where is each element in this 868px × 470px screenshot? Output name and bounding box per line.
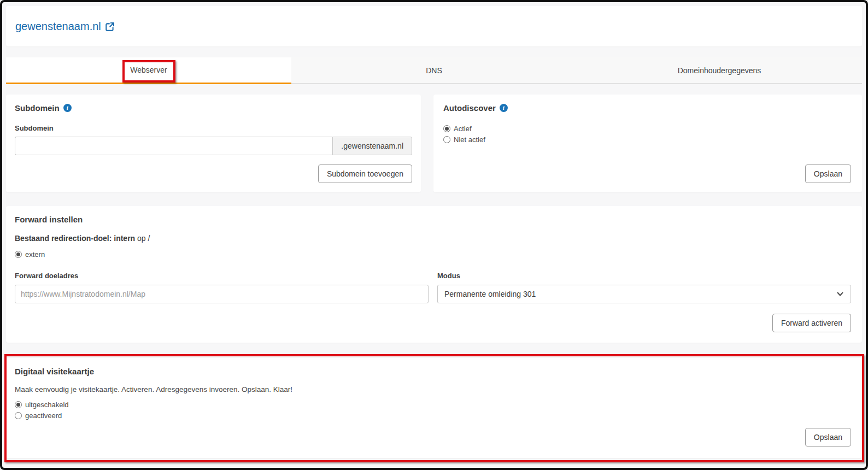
- subdomain-input[interactable]: [15, 137, 332, 155]
- redirect-status: Bestaand redirection-doel: intern op /: [15, 234, 851, 243]
- visitekaartje-description: Maak eenvoudig je visitekaartje. Activer…: [15, 385, 851, 393]
- info-icon[interactable]: i: [500, 104, 508, 112]
- radio-icon: [15, 401, 22, 408]
- forward-mode-label: Modus: [437, 272, 851, 280]
- radio-niet-actief[interactable]: Niet actief: [443, 134, 851, 145]
- autodiscover-radio-group: Actief Niet actief: [443, 124, 851, 145]
- radio-geactiveerd-label: geactiveerd: [25, 410, 62, 421]
- domain-header: gewenstenaam.nl: [6, 6, 862, 46]
- info-icon[interactable]: i: [63, 104, 72, 112]
- visitekaartje-panel-title: Digitaal visitekaartje: [15, 367, 94, 376]
- tab-bar: Webserver DNS Domeinhoudergegevens: [6, 57, 862, 84]
- tab-domeinhoudergegevens[interactable]: Domeinhoudergegevens: [577, 57, 862, 84]
- autodiscover-save-button[interactable]: Opslaan: [805, 164, 851, 183]
- tab-domeinhoudergegevens-label: Domeinhoudergegevens: [678, 66, 761, 75]
- domain-name: gewenstenaam.nl: [15, 20, 101, 33]
- radio-icon: [443, 136, 450, 143]
- forward-mode-select[interactable]: Permanente omleiding 301: [437, 285, 851, 303]
- autodiscover-panel: Autodiscover i Actief Niet actief Opslaa…: [433, 95, 862, 192]
- radio-icon: [15, 251, 22, 258]
- visitekaartje-save-button[interactable]: Opslaan: [805, 428, 851, 446]
- radio-icon: [443, 125, 450, 132]
- forward-target-input[interactable]: [15, 285, 429, 303]
- tab-webserver[interactable]: Webserver: [6, 57, 291, 84]
- add-subdomain-button[interactable]: Subdomein toevoegen: [318, 164, 412, 183]
- forward-panel: Forward instellen Bestaand redirection-d…: [6, 206, 862, 343]
- autodiscover-panel-title: Autodiscover: [443, 103, 496, 113]
- forward-activate-button[interactable]: Forward activeren: [772, 314, 851, 332]
- forward-panel-title: Forward instellen: [15, 215, 83, 224]
- radio-geactiveerd[interactable]: geactiveerd: [15, 410, 851, 421]
- domain-title-link[interactable]: gewenstenaam.nl: [15, 20, 115, 33]
- tab-dns[interactable]: DNS: [291, 57, 577, 84]
- subdomain-panel-title: Subdomein: [15, 103, 60, 113]
- radio-actief-label: Actief: [454, 124, 472, 134]
- visitekaartje-radio-group: uitgeschakeld geactiveerd: [15, 400, 851, 421]
- tab-dns-label: DNS: [426, 66, 442, 75]
- subdomain-field-label: Subdomein: [15, 124, 412, 132]
- radio-extern-label: extern: [25, 249, 45, 260]
- external-link-icon[interactable]: [105, 22, 115, 32]
- visitekaartje-panel: Digitaal visitekaartje Maak eenvoudig je…: [6, 358, 862, 458]
- radio-actief[interactable]: Actief: [443, 124, 851, 134]
- radio-uitgeschakeld[interactable]: uitgeschakeld: [15, 400, 851, 410]
- radio-icon: [15, 412, 22, 419]
- forward-target-label: Forward doeladres: [15, 272, 429, 280]
- subdomain-panel: Subdomein i Subdomein .gewenstenaam.nl S…: [6, 95, 421, 192]
- radio-uitgeschakeld-label: uitgeschakeld: [25, 400, 69, 410]
- subdomain-suffix: .gewenstenaam.nl: [332, 137, 412, 155]
- forward-mode-value: Permanente omleiding 301: [444, 290, 536, 298]
- radio-niet-actief-label: Niet actief: [454, 134, 485, 145]
- redirect-status-rest: op /: [137, 234, 150, 243]
- radio-extern[interactable]: extern: [15, 249, 851, 260]
- screenshot-frame: gewenstenaam.nl Webserver DNS Domeinhoud…: [0, 0, 868, 470]
- chevron-down-icon: [836, 290, 844, 298]
- redirect-status-bold: Bestaand redirection-doel: intern: [15, 234, 135, 243]
- tab-webserver-label: Webserver: [130, 66, 167, 74]
